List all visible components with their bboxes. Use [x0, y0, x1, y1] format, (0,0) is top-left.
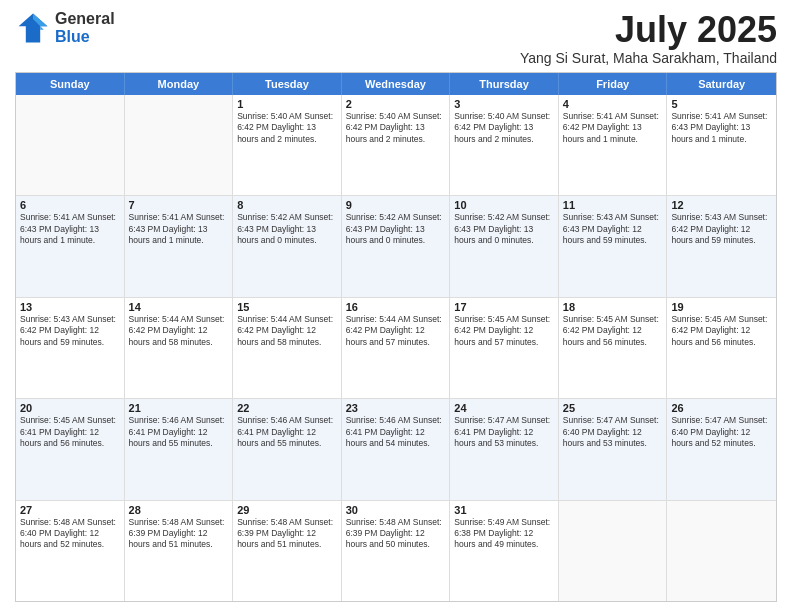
day-cell-25: 25Sunrise: 5:47 AM Sunset: 6:40 PM Dayli… [559, 399, 668, 499]
day-info: Sunrise: 5:47 AM Sunset: 6:41 PM Dayligh… [454, 415, 554, 449]
day-info: Sunrise: 5:46 AM Sunset: 6:41 PM Dayligh… [237, 415, 337, 449]
location-title: Yang Si Surat, Maha Sarakham, Thailand [520, 50, 777, 66]
page-header: General Blue July 2025 Yang Si Surat, Ma… [15, 10, 777, 66]
calendar-row-3: 20Sunrise: 5:45 AM Sunset: 6:41 PM Dayli… [16, 399, 776, 500]
day-number: 28 [129, 504, 229, 516]
day-cell-5: 5Sunrise: 5:41 AM Sunset: 6:43 PM Daylig… [667, 95, 776, 195]
day-cell-12: 12Sunrise: 5:43 AM Sunset: 6:42 PM Dayli… [667, 196, 776, 296]
calendar-row-0: 1Sunrise: 5:40 AM Sunset: 6:42 PM Daylig… [16, 95, 776, 196]
calendar-body: 1Sunrise: 5:40 AM Sunset: 6:42 PM Daylig… [16, 95, 776, 601]
day-info: Sunrise: 5:41 AM Sunset: 6:43 PM Dayligh… [671, 111, 772, 145]
day-cell-16: 16Sunrise: 5:44 AM Sunset: 6:42 PM Dayli… [342, 298, 451, 398]
day-cell-18: 18Sunrise: 5:45 AM Sunset: 6:42 PM Dayli… [559, 298, 668, 398]
day-number: 4 [563, 98, 663, 110]
day-cell-6: 6Sunrise: 5:41 AM Sunset: 6:43 PM Daylig… [16, 196, 125, 296]
day-number: 16 [346, 301, 446, 313]
weekday-header-friday: Friday [559, 73, 668, 95]
day-info: Sunrise: 5:41 AM Sunset: 6:43 PM Dayligh… [129, 212, 229, 246]
day-number: 12 [671, 199, 772, 211]
day-info: Sunrise: 5:41 AM Sunset: 6:43 PM Dayligh… [20, 212, 120, 246]
day-info: Sunrise: 5:45 AM Sunset: 6:41 PM Dayligh… [20, 415, 120, 449]
day-info: Sunrise: 5:45 AM Sunset: 6:42 PM Dayligh… [671, 314, 772, 348]
day-info: Sunrise: 5:48 AM Sunset: 6:39 PM Dayligh… [346, 517, 446, 551]
day-info: Sunrise: 5:46 AM Sunset: 6:41 PM Dayligh… [346, 415, 446, 449]
day-cell-23: 23Sunrise: 5:46 AM Sunset: 6:41 PM Dayli… [342, 399, 451, 499]
day-info: Sunrise: 5:42 AM Sunset: 6:43 PM Dayligh… [237, 212, 337, 246]
day-number: 3 [454, 98, 554, 110]
day-number: 18 [563, 301, 663, 313]
day-cell-7: 7Sunrise: 5:41 AM Sunset: 6:43 PM Daylig… [125, 196, 234, 296]
day-info: Sunrise: 5:41 AM Sunset: 6:42 PM Dayligh… [563, 111, 663, 145]
day-info: Sunrise: 5:47 AM Sunset: 6:40 PM Dayligh… [671, 415, 772, 449]
day-cell-30: 30Sunrise: 5:48 AM Sunset: 6:39 PM Dayli… [342, 501, 451, 601]
day-cell-21: 21Sunrise: 5:46 AM Sunset: 6:41 PM Dayli… [125, 399, 234, 499]
day-number: 25 [563, 402, 663, 414]
day-info: Sunrise: 5:43 AM Sunset: 6:42 PM Dayligh… [20, 314, 120, 348]
logo: General Blue [15, 10, 115, 46]
day-number: 6 [20, 199, 120, 211]
calendar-row-2: 13Sunrise: 5:43 AM Sunset: 6:42 PM Dayli… [16, 298, 776, 399]
empty-cell [125, 95, 234, 195]
day-info: Sunrise: 5:43 AM Sunset: 6:43 PM Dayligh… [563, 212, 663, 246]
day-number: 29 [237, 504, 337, 516]
logo-blue: Blue [55, 28, 115, 46]
day-info: Sunrise: 5:45 AM Sunset: 6:42 PM Dayligh… [454, 314, 554, 348]
day-info: Sunrise: 5:47 AM Sunset: 6:40 PM Dayligh… [563, 415, 663, 449]
title-block: July 2025 Yang Si Surat, Maha Sarakham, … [520, 10, 777, 66]
month-title: July 2025 [520, 10, 777, 50]
weekday-header-tuesday: Tuesday [233, 73, 342, 95]
day-number: 7 [129, 199, 229, 211]
day-number: 5 [671, 98, 772, 110]
day-cell-2: 2Sunrise: 5:40 AM Sunset: 6:42 PM Daylig… [342, 95, 451, 195]
calendar-row-1: 6Sunrise: 5:41 AM Sunset: 6:43 PM Daylig… [16, 196, 776, 297]
empty-cell [559, 501, 668, 601]
day-info: Sunrise: 5:42 AM Sunset: 6:43 PM Dayligh… [346, 212, 446, 246]
day-cell-11: 11Sunrise: 5:43 AM Sunset: 6:43 PM Dayli… [559, 196, 668, 296]
logo-general: General [55, 10, 115, 28]
day-number: 23 [346, 402, 446, 414]
day-cell-9: 9Sunrise: 5:42 AM Sunset: 6:43 PM Daylig… [342, 196, 451, 296]
calendar-header: SundayMondayTuesdayWednesdayThursdayFrid… [16, 73, 776, 95]
calendar-row-4: 27Sunrise: 5:48 AM Sunset: 6:40 PM Dayli… [16, 501, 776, 601]
logo-icon [15, 10, 51, 46]
day-cell-28: 28Sunrise: 5:48 AM Sunset: 6:39 PM Dayli… [125, 501, 234, 601]
day-cell-29: 29Sunrise: 5:48 AM Sunset: 6:39 PM Dayli… [233, 501, 342, 601]
weekday-header-monday: Monday [125, 73, 234, 95]
weekday-header-sunday: Sunday [16, 73, 125, 95]
weekday-header-thursday: Thursday [450, 73, 559, 95]
day-cell-24: 24Sunrise: 5:47 AM Sunset: 6:41 PM Dayli… [450, 399, 559, 499]
day-number: 26 [671, 402, 772, 414]
day-cell-26: 26Sunrise: 5:47 AM Sunset: 6:40 PM Dayli… [667, 399, 776, 499]
day-info: Sunrise: 5:43 AM Sunset: 6:42 PM Dayligh… [671, 212, 772, 246]
empty-cell [16, 95, 125, 195]
day-info: Sunrise: 5:40 AM Sunset: 6:42 PM Dayligh… [237, 111, 337, 145]
day-number: 24 [454, 402, 554, 414]
day-info: Sunrise: 5:44 AM Sunset: 6:42 PM Dayligh… [129, 314, 229, 348]
day-info: Sunrise: 5:48 AM Sunset: 6:40 PM Dayligh… [20, 517, 120, 551]
day-cell-22: 22Sunrise: 5:46 AM Sunset: 6:41 PM Dayli… [233, 399, 342, 499]
logo-text: General Blue [55, 10, 115, 45]
day-cell-15: 15Sunrise: 5:44 AM Sunset: 6:42 PM Dayli… [233, 298, 342, 398]
day-number: 22 [237, 402, 337, 414]
day-info: Sunrise: 5:40 AM Sunset: 6:42 PM Dayligh… [346, 111, 446, 145]
day-info: Sunrise: 5:48 AM Sunset: 6:39 PM Dayligh… [129, 517, 229, 551]
day-info: Sunrise: 5:44 AM Sunset: 6:42 PM Dayligh… [346, 314, 446, 348]
day-info: Sunrise: 5:40 AM Sunset: 6:42 PM Dayligh… [454, 111, 554, 145]
day-cell-27: 27Sunrise: 5:48 AM Sunset: 6:40 PM Dayli… [16, 501, 125, 601]
day-number: 20 [20, 402, 120, 414]
day-cell-13: 13Sunrise: 5:43 AM Sunset: 6:42 PM Dayli… [16, 298, 125, 398]
day-cell-19: 19Sunrise: 5:45 AM Sunset: 6:42 PM Dayli… [667, 298, 776, 398]
day-number: 8 [237, 199, 337, 211]
day-number: 19 [671, 301, 772, 313]
day-number: 13 [20, 301, 120, 313]
day-number: 30 [346, 504, 446, 516]
day-cell-4: 4Sunrise: 5:41 AM Sunset: 6:42 PM Daylig… [559, 95, 668, 195]
day-cell-14: 14Sunrise: 5:44 AM Sunset: 6:42 PM Dayli… [125, 298, 234, 398]
weekday-header-saturday: Saturday [667, 73, 776, 95]
day-number: 21 [129, 402, 229, 414]
day-info: Sunrise: 5:46 AM Sunset: 6:41 PM Dayligh… [129, 415, 229, 449]
calendar: SundayMondayTuesdayWednesdayThursdayFrid… [15, 72, 777, 602]
day-cell-31: 31Sunrise: 5:49 AM Sunset: 6:38 PM Dayli… [450, 501, 559, 601]
empty-cell [667, 501, 776, 601]
day-number: 27 [20, 504, 120, 516]
